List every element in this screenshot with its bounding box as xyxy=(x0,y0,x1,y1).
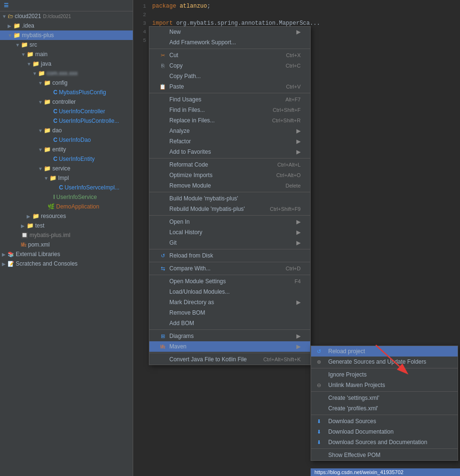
reformatcode-label: Reformat Code xyxy=(169,161,268,168)
menu-item-replaceinfiles[interactable]: Replace in Files... Ctrl+Shift+R xyxy=(149,115,310,126)
submenu-item-downloadsourcesdocs[interactable]: ⬇ Download Sources and Documentation xyxy=(311,437,458,447)
tree-item-cloud2021[interactable]: ▼ 🗁 cloud2021 D:/cloud2021 xyxy=(0,11,133,21)
submenu-item-showeffectivepom[interactable]: Show Effective POM xyxy=(311,450,458,460)
menu-item-diagrams[interactable]: ⊞ Diagrams ▶ xyxy=(149,331,310,341)
menu-item-markdirectoryas[interactable]: Mark Directory as ▶ xyxy=(149,297,310,307)
tree-item-package[interactable]: ▼ 📁 com.xxx.xxx xyxy=(0,69,133,78)
folder-icon11: 📁 xyxy=(44,165,51,172)
diagrams-label: Diagrams xyxy=(169,333,296,339)
tree-item-mybatisconfig[interactable]: C MybatisPlusConfig xyxy=(0,88,133,97)
folder-icon8: 📁 xyxy=(44,99,51,105)
submenu-item-downloaddocs[interactable]: ⬇ Download Documentation xyxy=(311,426,458,437)
submenu-item-createsettings[interactable]: Create 'settings.xml' xyxy=(311,393,458,403)
tree-item-service[interactable]: ▼ 📁 service xyxy=(0,164,133,173)
menu-item-addtofavorites[interactable]: Add to Favorites ▶ xyxy=(149,147,310,157)
menu-item-rebuildmodule[interactable]: Rebuild Module 'mybatis-plus' Ctrl+Shift… xyxy=(149,204,310,214)
menu-item-git[interactable]: Git ▶ xyxy=(149,238,310,248)
tree-item-dao[interactable]: ▼ 📁 dao xyxy=(0,126,133,135)
tree-item-test[interactable]: ▶ 📁 test xyxy=(0,221,133,230)
arrow-icon: ▶ xyxy=(296,29,301,35)
tree-item-userinfocontroller[interactable]: C UserInfoController xyxy=(0,107,133,116)
tree-item-mybatis-plus[interactable]: ▼ 📁 mybatis-plus xyxy=(0,30,133,40)
tree-item-external[interactable]: ▶ 📚 External Libraries xyxy=(0,249,133,259)
submenu-item-downloadsources[interactable]: ⬇ Download Sources xyxy=(311,416,458,426)
tree-item-java[interactable]: ▼ 📁 java xyxy=(0,59,133,69)
findusages-label: Find Usages xyxy=(169,96,276,103)
menu-item-maven[interactable]: ㎒ Maven ▶ xyxy=(149,341,310,352)
tree-item-main[interactable]: ▼ 📁 main xyxy=(0,50,133,59)
menu-item-cut[interactable]: ✂ Cut Ctrl+X xyxy=(149,50,310,60)
context-menu: New ▶ Add Framework Support... ✂ Cut Ctr… xyxy=(149,26,311,365)
submenu-item-unlinkmaven[interactable]: ⊖ Unlink Maven Projects xyxy=(311,380,458,390)
springboot-icon: 🌿 xyxy=(48,203,55,210)
menu-item-findusages[interactable]: Find Usages Alt+F7 xyxy=(149,94,310,105)
userinfocontroller-label: UserInfoController xyxy=(59,108,105,115)
tree-item-userinfopluscontroller[interactable]: C UserInfoPlusControlle... xyxy=(0,116,133,126)
demoapplication-label: DemoApplication xyxy=(56,203,99,210)
menu-item-paste[interactable]: 📋 Paste Ctrl+V xyxy=(149,81,310,92)
userinfoimpl-label: UserInfoServceImpl... xyxy=(65,184,119,191)
refactor-label: Refactor xyxy=(169,138,296,145)
menu-item-reformatcode[interactable]: Reformat Code Ctrl+Alt+L xyxy=(149,159,310,170)
menu-item-openmodulesettings[interactable]: Open Module Settings F4 xyxy=(149,276,310,287)
unlink-icon: ⊖ xyxy=(317,382,325,388)
submenu-item-generatesources[interactable]: ⊕ Generate Sources and Update Folders xyxy=(311,357,458,367)
menu-item-convertjavafile[interactable]: Convert Java File to Kotlin File Ctrl+Al… xyxy=(149,354,310,365)
tree-item-userinfoservice[interactable]: I UserInfoService xyxy=(0,192,133,202)
java-label: java xyxy=(41,60,51,67)
menu-item-localhistory[interactable]: Local History ▶ xyxy=(149,227,310,238)
addtofavorites-label: Add to Favorites xyxy=(169,149,296,155)
tree-item-resources[interactable]: ▶ 📁 resources xyxy=(0,211,133,221)
pom-label: pom.xml xyxy=(28,241,49,248)
menu-item-refactor[interactable]: Refactor ▶ xyxy=(149,136,310,147)
chevron-down-icon5: ▼ xyxy=(27,61,32,67)
tree-item-iml[interactable]: 🔲 mybatis-plus.iml xyxy=(0,230,133,240)
favorites-arrow-icon: ▶ xyxy=(296,149,301,155)
submenu-item-createprofiles[interactable]: Create 'profiles.xml' xyxy=(311,403,458,414)
maven-icon-tree: ㎒ xyxy=(21,241,27,249)
class-icon2: C xyxy=(53,108,58,115)
ide-container: ☰ ▼ 🗁 cloud2021 D:/cloud2021 ▶ 📁 .idea xyxy=(0,0,460,476)
file-tree-panel: ☰ ▼ 🗁 cloud2021 D:/cloud2021 ▶ 📁 .idea xyxy=(0,0,133,476)
menu-item-buildmodule[interactable]: Build Module 'mybatis-plus' xyxy=(149,193,310,204)
menu-item-analyze[interactable]: Analyze ▶ xyxy=(149,126,310,136)
tree-item-userinfoentity[interactable]: C UserInfoEntity xyxy=(0,154,133,164)
submenu-item-ignoreprojects[interactable]: Ignore Projects xyxy=(311,369,458,380)
tree-item-userinfodao[interactable]: C UserInfoDao xyxy=(0,135,133,145)
downloadsourcesdocs-label: Download Sources and Documentation xyxy=(328,439,427,446)
watermark-url: https://blog.csdn.net/weixin_41935702 xyxy=(314,469,403,475)
downloadsources-label: Download Sources xyxy=(328,418,376,425)
tree-item-config[interactable]: ▼ 📁 config xyxy=(0,78,133,88)
compare-icon: ⇆ xyxy=(159,266,166,272)
menu-item-addframework[interactable]: Add Framework Support... xyxy=(149,37,310,48)
menu-item-removemodule[interactable]: Remove Module Delete xyxy=(149,180,310,191)
tree-item-demoapplication[interactable]: 🌿 DemoApplication xyxy=(0,202,133,211)
tree-item-idea[interactable]: ▶ 📁 .idea xyxy=(0,21,133,30)
menu-item-loadunloadmodules[interactable]: Load/Unload Modules... xyxy=(149,287,310,297)
mybatis-plus-label: mybatis-plus xyxy=(22,32,54,39)
menu-item-reloadfromdisk[interactable]: ↺ Reload from Disk xyxy=(149,250,310,261)
menu-item-openin[interactable]: Open In ▶ xyxy=(149,217,310,227)
tree-item-impl[interactable]: ▼ 📁 Impl xyxy=(0,173,133,183)
submenu-separator-3 xyxy=(311,415,458,415)
menu-item-copy[interactable]: ⎘ Copy Ctrl+C xyxy=(149,60,310,71)
copy-icon: ⎘ xyxy=(159,63,166,69)
tree-item-userinfoimpl[interactable]: C UserInfoServceImpl... xyxy=(0,183,133,192)
tree-item-entity[interactable]: ▼ 📁 entity xyxy=(0,145,133,154)
refactor-arrow-icon: ▶ xyxy=(296,138,301,145)
tree-item-pom[interactable]: ㎒ pom.xml xyxy=(0,240,133,249)
tree-item-controller[interactable]: ▼ 📁 controller xyxy=(0,97,133,107)
menu-item-findinfiles[interactable]: Find in Files... Ctrl+Shift+F xyxy=(149,105,310,115)
menu-item-optimizeimports[interactable]: Optimize Imports Ctrl+Alt+O xyxy=(149,170,310,180)
class-icon3: C xyxy=(53,118,58,124)
menu-item-addbom[interactable]: Add BOM xyxy=(149,318,310,328)
menu-item-comparewith[interactable]: ⇆ Compare With... Ctrl+D xyxy=(149,263,310,274)
tree-item-scratches[interactable]: ▶ 📝 Scratches and Consoles xyxy=(0,259,133,268)
watermark-bar: https://blog.csdn.net/weixin_41935702 xyxy=(311,468,460,476)
submenu-item-reloadproject[interactable]: ↺ Reload project xyxy=(311,346,458,357)
folder-icon5: 📁 xyxy=(32,60,39,67)
menu-item-copypath[interactable]: Copy Path... xyxy=(149,71,310,81)
menu-item-removebom[interactable]: Remove BOM xyxy=(149,307,310,318)
menu-item-new[interactable]: New ▶ xyxy=(149,27,310,37)
tree-item-src[interactable]: ▼ 📁 src xyxy=(0,40,133,50)
